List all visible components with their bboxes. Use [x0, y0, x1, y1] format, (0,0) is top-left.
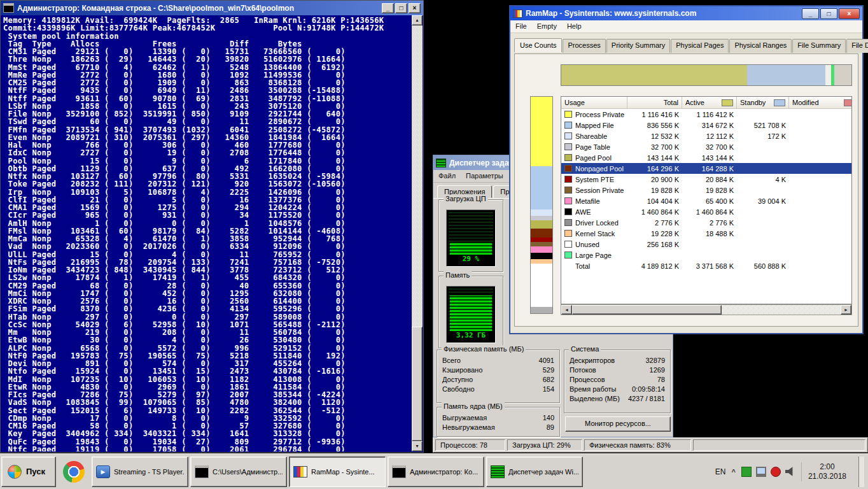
console-viewport[interactable]: Memory: 4189812K Avail: 699424K PageFlts… [1, 15, 412, 451]
scrollbar-track[interactable] [412, 25, 423, 441]
app-green-icon[interactable] [741, 467, 752, 477]
usage-value-cell: 32 700 K [682, 143, 737, 151]
close-button[interactable]: × [409, 3, 421, 13]
console-titlebar[interactable]: Администратор: Командная строка - C:\Sha… [1, 1, 423, 15]
maximize-button[interactable]: □ [820, 8, 837, 19]
rammap-tab[interactable]: Priority Summary [606, 39, 670, 53]
usage-name: Process Private [575, 111, 624, 118]
language-indicator[interactable]: EN [715, 467, 726, 476]
usage-row[interactable]: Session Private19 828 K19 828 K [561, 185, 851, 195]
usage-row[interactable]: System PTE20 900 K20 884 K4 K [561, 174, 851, 185]
taskbar-button-rammap[interactable]: RamMap - Sysinte... [289, 457, 386, 487]
column-header-total[interactable]: Total [627, 97, 682, 109]
column-header-standby[interactable]: Standby [737, 97, 789, 109]
taskman-menu-item[interactable]: Файл [433, 170, 461, 182]
usage-row[interactable]: Process Private1 116 416 K1 116 412 K [561, 109, 851, 120]
chrome-launcher-button[interactable] [59, 457, 89, 487]
scrollbar-thumb[interactable] [412, 327, 423, 441]
rammap-tab[interactable]: Use Counts [514, 38, 562, 52]
usage-value-cell: 20 884 K [682, 176, 737, 183]
rammap-menu-item[interactable]: Help [562, 20, 587, 32]
close-button[interactable]: × [839, 8, 860, 19]
phys-mem-row: Доступно682 [437, 375, 559, 385]
column-label: Total [664, 99, 678, 106]
console-vertical-scrollbar[interactable]: ▲ ▼ [412, 15, 423, 451]
rammap-menu-item[interactable]: Empty [532, 20, 562, 32]
taskbar-button-taskman[interactable]: Диспетчер задач Wi... [486, 457, 583, 487]
column-header-active[interactable]: Active [682, 97, 737, 109]
usage-row[interactable]: Mapped File836 556 K314 672 K521 708 K [561, 120, 851, 131]
system-value: 0:09:58:14 [632, 385, 665, 394]
column-header-modified[interactable]: Modified [789, 97, 852, 109]
usage-row[interactable]: Total4 189 812 K3 371 568 K560 888 K [561, 260, 851, 271]
usage-color-swatch [564, 241, 572, 248]
maximize-button[interactable]: □ [395, 3, 407, 13]
taskbar-button-tsplayer[interactable]: ▶Streaming - TS Player... [92, 457, 188, 487]
memory-bar-segment [531, 246, 552, 253]
usage-name: Metafile [575, 197, 600, 205]
usage-name: System PTE [575, 176, 614, 183]
column-label: Standby [740, 99, 766, 106]
column-label: Active [685, 99, 704, 106]
usage-row[interactable]: Page Table32 700 K32 700 K [561, 141, 851, 152]
usage-color-swatch [564, 230, 572, 237]
phys-mem-row: Свободно154 [437, 385, 559, 394]
rammap-tab[interactable]: Physical Pages [671, 39, 729, 53]
volume-icon[interactable] [785, 467, 795, 477]
scroll-right-icon[interactable]: ► [841, 305, 851, 315]
windows-logo-icon [8, 465, 22, 479]
usage-name: AWE [575, 208, 591, 216]
usage-row[interactable]: Unused256 168 K [561, 239, 851, 250]
scroll-down-icon[interactable]: ▼ [412, 441, 423, 451]
start-button[interactable]: Пуск [1, 457, 56, 487]
usage-row[interactable]: Driver Locked2 776 K2 776 K [561, 217, 851, 228]
system-rows: Дескрипторов32879Потоков1269Процессов78В… [564, 350, 670, 404]
memory-bar-segment [531, 264, 552, 307]
usage-color-swatch [564, 111, 572, 118]
taskman-menu-item[interactable]: Параметры [461, 170, 508, 182]
usage-row[interactable]: Nonpaged Pool164 296 K164 288 K [561, 163, 851, 174]
usage-value-cell: 39 004 K [737, 197, 789, 205]
column-header-usage[interactable]: Usage [561, 97, 627, 109]
usage-name: Paged Pool [575, 154, 612, 162]
usage-row[interactable]: AWE1 460 864 K1 460 864 K [561, 206, 851, 217]
chevron-up-icon[interactable]: ^ [732, 468, 736, 476]
rammap-tab[interactable]: Physical Ranges [729, 39, 792, 53]
scrollbar-thumb[interactable] [572, 305, 722, 315]
red-status-icon[interactable] [771, 467, 781, 477]
clock[interactable]: 2:00 21.03.2018 [801, 462, 853, 481]
taskbar-button-console[interactable]: Администратор: Ко... [388, 457, 484, 487]
display-icon[interactable] [756, 467, 766, 477]
system-label: Время работы [570, 385, 617, 394]
usage-name: Total [575, 262, 590, 270]
minimize-button[interactable]: _ [382, 3, 394, 13]
rammap-tab[interactable]: File Details [846, 39, 868, 53]
usage-row[interactable]: Paged Pool143 144 K143 144 K [561, 152, 851, 163]
phys-mem-value: 682 [543, 375, 554, 385]
usage-value-cell: 19 228 K [627, 230, 682, 237]
usage-row[interactable]: Large Page [561, 250, 851, 260]
taskbar-button-console[interactable]: C:\Users\Администр... [190, 457, 287, 487]
scroll-up-icon[interactable]: ▲ [412, 15, 423, 25]
usage-row[interactable]: Shareable12 532 K12 112 K172 K [561, 131, 851, 141]
usage-name-cell: Kernel Stack [561, 230, 627, 237]
show-desktop-button[interactable] [858, 457, 864, 487]
minimize-button[interactable]: _ [802, 8, 819, 19]
usage-value-cell: 1 116 412 K [682, 111, 737, 118]
usage-value-cell: 314 672 K [682, 122, 737, 129]
rammap-icon [513, 10, 522, 18]
usage-row[interactable]: Kernel Stack19 228 K18 488 K [561, 228, 851, 239]
memory-bar-segment [561, 65, 747, 85]
usage-row[interactable]: Metafile104 404 K65 400 K39 004 K [561, 195, 851, 206]
usage-table-horizontal-scrollbar[interactable]: ◄ ► [561, 304, 852, 315]
rammap-tabstrip: Use CountsProcessesPriority SummaryPhysi… [510, 33, 862, 52]
memory-bar-segment [531, 259, 552, 264]
rammap-menu-item[interactable]: File [510, 20, 532, 32]
resource-monitor-button[interactable]: Монитор ресурсов... [565, 416, 671, 432]
usage-value-cell: 164 288 K [682, 165, 737, 173]
rammap-titlebar[interactable]: RamMap - Sysinternals: www.sysinternals.… [510, 6, 862, 20]
scroll-left-icon[interactable]: ◄ [561, 305, 572, 315]
usage-table: UsageTotalActiveStandbyModified Process … [561, 96, 852, 304]
rammap-tab[interactable]: Processes [563, 39, 605, 53]
rammap-tab[interactable]: File Summary [792, 39, 846, 53]
